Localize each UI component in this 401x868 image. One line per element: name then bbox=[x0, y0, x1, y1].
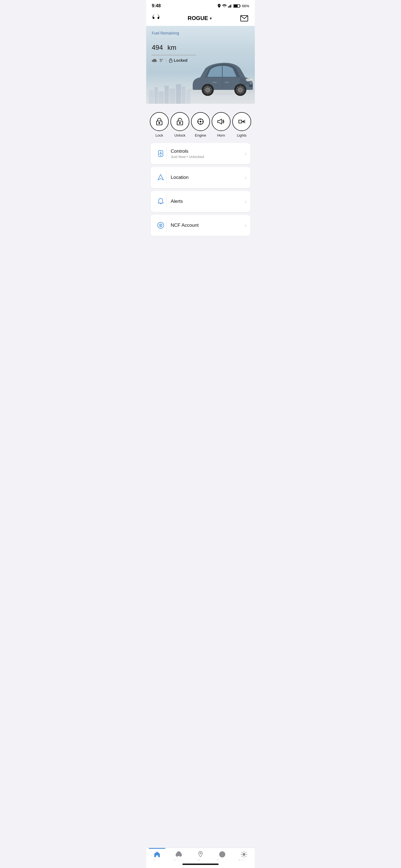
svg-rect-9 bbox=[149, 90, 154, 104]
ncf-title: NCF Account bbox=[171, 223, 245, 228]
fuel-amount: 494 km bbox=[152, 35, 249, 53]
lights-label: Lights bbox=[237, 133, 247, 137]
svg-point-27 bbox=[249, 79, 253, 81]
remote-icon bbox=[157, 150, 164, 157]
weather-icon bbox=[152, 58, 157, 63]
support-headset-button[interactable] bbox=[152, 13, 160, 23]
svg-rect-15 bbox=[181, 87, 185, 104]
engine-label: Engine bbox=[195, 133, 206, 137]
horn-control[interactable]: Horn bbox=[212, 112, 231, 137]
svg-point-53 bbox=[200, 121, 201, 122]
svg-rect-11 bbox=[159, 91, 164, 104]
controls-title: Controls bbox=[171, 149, 245, 154]
horn-icon bbox=[217, 117, 226, 126]
status-time: 9:48 bbox=[152, 3, 161, 8]
location-menu-icon-wrap bbox=[154, 172, 167, 184]
lights-button[interactable] bbox=[232, 112, 251, 131]
alerts-chevron: › bbox=[245, 199, 247, 205]
svg-rect-14 bbox=[176, 84, 181, 104]
wifi-icon bbox=[222, 4, 227, 7]
svg-rect-1 bbox=[229, 6, 230, 7]
unlock-icon bbox=[175, 117, 184, 126]
car-svg bbox=[185, 51, 255, 104]
status-icons: 66% bbox=[218, 4, 249, 8]
svg-rect-0 bbox=[228, 6, 229, 7]
controls-menu-item[interactable]: Controls Just Now • Unlocked › bbox=[151, 143, 250, 164]
svg-rect-24 bbox=[250, 83, 252, 84]
car-image bbox=[185, 51, 255, 104]
svg-rect-5 bbox=[240, 5, 240, 7]
svg-rect-10 bbox=[154, 87, 158, 104]
location-title: Location bbox=[171, 175, 245, 180]
svg-rect-6 bbox=[234, 5, 237, 7]
controls-subtitle: Just Now • Unlocked bbox=[171, 155, 245, 159]
app-header: ROGUE ▾ bbox=[146, 10, 255, 26]
battery-percent: 66% bbox=[242, 4, 249, 8]
mail-button[interactable] bbox=[239, 14, 249, 22]
engine-button[interactable] bbox=[191, 112, 210, 131]
account-icon: $ bbox=[157, 222, 164, 229]
svg-point-19 bbox=[155, 62, 156, 62]
svg-rect-47 bbox=[225, 82, 229, 83]
bell-icon bbox=[157, 198, 164, 205]
svg-rect-46 bbox=[213, 82, 217, 83]
lights-control[interactable]: Lights bbox=[232, 112, 251, 137]
controls-row: Lock Unlock Engine bbox=[146, 104, 255, 140]
svg-text:$: $ bbox=[160, 224, 162, 227]
location-menu-text: Location bbox=[171, 175, 245, 180]
alerts-title: Alerts bbox=[171, 199, 245, 204]
horn-button[interactable] bbox=[212, 112, 231, 131]
lock-button[interactable] bbox=[150, 112, 169, 131]
location-menu-item[interactable]: Location › bbox=[151, 167, 250, 188]
svg-point-49 bbox=[159, 122, 160, 124]
lock-label: Lock bbox=[155, 133, 163, 137]
svg-point-17 bbox=[153, 62, 154, 62]
alerts-menu-item[interactable]: Alerts › bbox=[151, 191, 250, 212]
vehicle-name: ROGUE bbox=[188, 15, 208, 22]
lights-icon bbox=[237, 117, 246, 126]
controls-chevron: › bbox=[245, 151, 247, 157]
svg-rect-20 bbox=[169, 60, 172, 62]
controls-menu-text: Controls Just Now • Unlocked bbox=[171, 149, 245, 159]
fuel-label: Fuel Remaining bbox=[152, 31, 249, 35]
svg-point-51 bbox=[179, 122, 180, 124]
svg-rect-3 bbox=[231, 4, 232, 7]
lock-status-icon bbox=[169, 58, 173, 63]
hero-section: Fuel Remaining 494 km 5° | Locked bbox=[146, 26, 255, 104]
temperature: 5° bbox=[160, 58, 163, 63]
unlock-control[interactable]: Unlock bbox=[170, 112, 189, 137]
lock-status: Locked bbox=[169, 58, 188, 63]
location-icon bbox=[157, 174, 164, 181]
lock-control[interactable]: Lock bbox=[150, 112, 169, 137]
svg-rect-12 bbox=[165, 86, 169, 104]
ncf-menu-icon-wrap: $ bbox=[154, 219, 167, 231]
svg-point-62 bbox=[160, 152, 161, 153]
location-chevron: › bbox=[245, 175, 247, 181]
mail-icon bbox=[240, 15, 248, 22]
chevron-down-icon: ▾ bbox=[210, 16, 212, 21]
ncf-menu-item[interactable]: $ NCF Account › bbox=[151, 215, 250, 236]
signal-icon bbox=[228, 4, 232, 7]
battery-icon bbox=[233, 4, 240, 8]
unlock-label: Unlock bbox=[174, 133, 185, 137]
svg-rect-13 bbox=[169, 89, 175, 104]
svg-rect-25 bbox=[250, 84, 252, 84]
engine-icon bbox=[196, 117, 205, 126]
location-status-icon bbox=[218, 4, 221, 8]
vehicle-selector[interactable]: ROGUE ▾ bbox=[188, 15, 212, 22]
svg-rect-23 bbox=[250, 82, 252, 82]
alerts-menu-text: Alerts bbox=[171, 199, 245, 204]
engine-control[interactable]: Engine bbox=[191, 112, 210, 137]
svg-point-18 bbox=[154, 62, 155, 62]
alerts-menu-icon-wrap bbox=[154, 195, 167, 208]
svg-rect-2 bbox=[230, 5, 231, 7]
unlock-button[interactable] bbox=[170, 112, 189, 131]
svg-rect-63 bbox=[160, 155, 161, 156]
ncf-menu-text: NCF Account bbox=[171, 223, 245, 228]
controls-menu-icon-wrap bbox=[154, 148, 167, 160]
ncf-chevron: › bbox=[245, 223, 247, 228]
lock-icon bbox=[155, 117, 164, 126]
horn-label: Horn bbox=[217, 133, 225, 137]
menu-list: Controls Just Now • Unlocked › Location … bbox=[146, 140, 255, 239]
headset-icon bbox=[152, 13, 160, 21]
